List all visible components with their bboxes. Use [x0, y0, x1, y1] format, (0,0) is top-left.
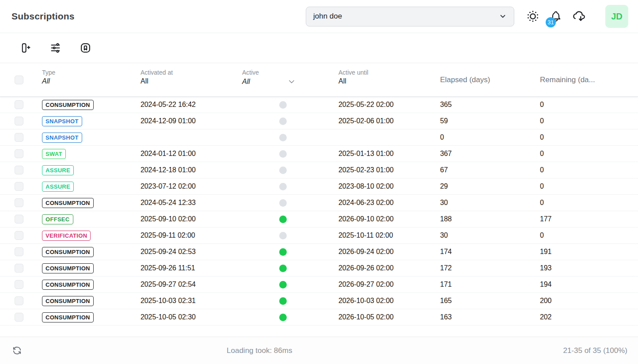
filter-type-label: Type: [42, 69, 141, 76]
active-cell: [242, 129, 338, 145]
filter-active-label: Active: [242, 69, 338, 76]
type-cell: CONSUMPTION: [42, 277, 141, 292]
row-checkbox[interactable]: [15, 117, 23, 125]
table-row[interactable]: CONSUMPTION 2025-09-24 02:53 2026-09-24 …: [0, 244, 638, 260]
remaining-cell: 0: [540, 228, 638, 243]
row-checkbox-cell: [0, 211, 42, 227]
column-header-elapsed[interactable]: Elapsed (days): [440, 76, 540, 84]
row-checkbox[interactable]: [15, 100, 23, 109]
row-checkbox[interactable]: [15, 198, 23, 207]
active-cell: [242, 228, 338, 243]
row-checkbox-cell: [0, 97, 42, 113]
elapsed-cell: 30: [440, 228, 540, 243]
row-checkbox[interactable]: [15, 280, 23, 289]
active-cell: [242, 244, 338, 260]
remaining-cell: 191: [540, 244, 638, 260]
table-row[interactable]: SNAPSHOT 2024-12-09 01:00 2025-02-06 01:…: [0, 113, 638, 129]
type-badge: ASSURE: [42, 165, 74, 175]
table-row[interactable]: CONSUMPTION 2024-05-24 12:33 2024-06-23 …: [0, 195, 638, 211]
row-checkbox[interactable]: [15, 149, 23, 158]
elapsed-cell: 188: [440, 211, 540, 227]
elapsed-cell: 367: [440, 146, 540, 162]
filter-type[interactable]: Type All: [42, 63, 141, 96]
theme-toggle-button[interactable]: [524, 8, 542, 25]
active-until-cell: 2025-02-06 01:00: [338, 113, 440, 129]
row-checkbox[interactable]: [15, 313, 23, 322]
filters-button[interactable]: [49, 42, 61, 54]
table-row[interactable]: ASSURE 2024-12-18 01:00 2025-02-23 01:00…: [0, 162, 638, 178]
type-badge: CONSUMPTION: [42, 312, 94, 322]
filter-activated-at[interactable]: Activated at All: [141, 63, 242, 96]
filter-active-until-value[interactable]: All: [338, 77, 440, 85]
row-checkbox-cell: [0, 309, 42, 325]
table-row[interactable]: ASSURE 2023-07-12 02:00 2023-08-10 02:00…: [0, 178, 638, 195]
activated-at-cell: 2024-01-12 01:00: [141, 146, 242, 162]
table-row[interactable]: CONSUMPTION 2025-10-03 02:31 2026-10-03 …: [0, 293, 638, 309]
type-badge: VERIFICATION: [42, 231, 91, 241]
elapsed-cell: 171: [440, 277, 540, 292]
table-row[interactable]: VERIFICATION 2025-09-11 02:00 2025-10-11…: [0, 228, 638, 244]
table-row[interactable]: CONSUMPTION 2025-09-26 11:51 2026-09-26 …: [0, 260, 638, 277]
activated-at-cell: 2025-09-11 02:00: [141, 228, 242, 243]
type-cell: CONSUMPTION: [42, 244, 141, 260]
select-all-checkbox[interactable]: [15, 76, 23, 84]
row-checkbox[interactable]: [15, 247, 23, 256]
table-row[interactable]: CONSUMPTION 2025-09-27 02:54 2026-09-27 …: [0, 277, 638, 293]
sync-button[interactable]: [570, 8, 588, 25]
row-checkbox[interactable]: [15, 215, 23, 224]
notifications-button[interactable]: 31: [547, 8, 565, 25]
row-checkbox[interactable]: [15, 166, 23, 174]
filter-active-until[interactable]: Active until All: [338, 63, 440, 96]
activated-at-cell: 2025-09-26 11:51: [141, 260, 242, 276]
table-row[interactable]: CONSUMPTION 2025-10-05 02:30 2026-10-05 …: [0, 309, 638, 326]
filter-active-value[interactable]: All: [242, 78, 250, 86]
table-row[interactable]: OFFSEC 2025-09-10 02:00 2026-09-10 02:00…: [0, 211, 638, 228]
type-cell: SWAT: [42, 146, 141, 162]
user-select[interactable]: john doe: [306, 7, 514, 27]
status-bar: Loading took: 86ms 21-35 of 35 (100%): [0, 337, 638, 364]
row-checkbox-cell: [0, 228, 42, 243]
type-badge: SNAPSHOT: [42, 133, 82, 143]
table-row[interactable]: CONSUMPTION 2024-05-22 16:42 2025-05-22 …: [0, 97, 638, 113]
type-badge: OFFSEC: [42, 214, 73, 224]
active-cell: [242, 162, 338, 178]
row-checkbox[interactable]: [15, 231, 23, 240]
row-checkbox[interactable]: [15, 133, 23, 142]
active-until-cell: 2026-09-10 02:00: [338, 211, 440, 227]
refresh-button[interactable]: [12, 345, 22, 356]
type-cell: CONSUMPTION: [42, 309, 141, 325]
active-cell: [242, 309, 338, 325]
table-row[interactable]: SWAT 2024-01-12 01:00 2025-01-13 01:00 3…: [0, 146, 638, 162]
row-checkbox[interactable]: [15, 264, 23, 273]
active-until-cell: [338, 129, 440, 145]
add-subscription-button[interactable]: [19, 42, 31, 54]
type-cell: SNAPSHOT: [42, 113, 141, 129]
activated-at-cell: 2024-12-09 01:00: [141, 113, 242, 129]
avatar[interactable]: JD: [605, 5, 628, 28]
filter-activated-at-value[interactable]: All: [141, 77, 242, 85]
active-until-cell: 2025-05-22 02:00: [338, 97, 440, 113]
refresh-icon: [12, 345, 22, 356]
filter-type-value[interactable]: All: [42, 77, 141, 85]
active-until-cell: 2025-02-23 01:00: [338, 162, 440, 178]
row-checkbox[interactable]: [15, 182, 23, 191]
active-status-dot: [279, 150, 287, 158]
chevron-down-icon[interactable]: [287, 77, 296, 86]
active-until-cell: 2026-10-03 02:00: [338, 293, 440, 309]
saved-views-button[interactable]: [80, 42, 91, 54]
type-badge: ASSURE: [42, 182, 74, 192]
active-until-cell: 2023-08-10 02:00: [338, 178, 440, 194]
type-cell: ASSURE: [42, 162, 141, 178]
elapsed-cell: 165: [440, 293, 540, 309]
active-status-dot: [279, 199, 287, 207]
remaining-cell: 0: [540, 178, 638, 194]
type-badge: CONSUMPTION: [42, 296, 94, 306]
column-header-remaining[interactable]: Remaining (da...: [540, 76, 638, 84]
table-row[interactable]: SNAPSHOT 0 0: [0, 129, 638, 146]
elapsed-cell: 0: [440, 129, 540, 145]
filter-active[interactable]: Active All: [242, 63, 338, 96]
remaining-cell: 0: [540, 113, 638, 129]
row-checkbox[interactable]: [15, 296, 23, 305]
type-badge: CONSUMPTION: [42, 247, 94, 257]
loading-status-text: Loading took: 86ms: [22, 346, 563, 355]
